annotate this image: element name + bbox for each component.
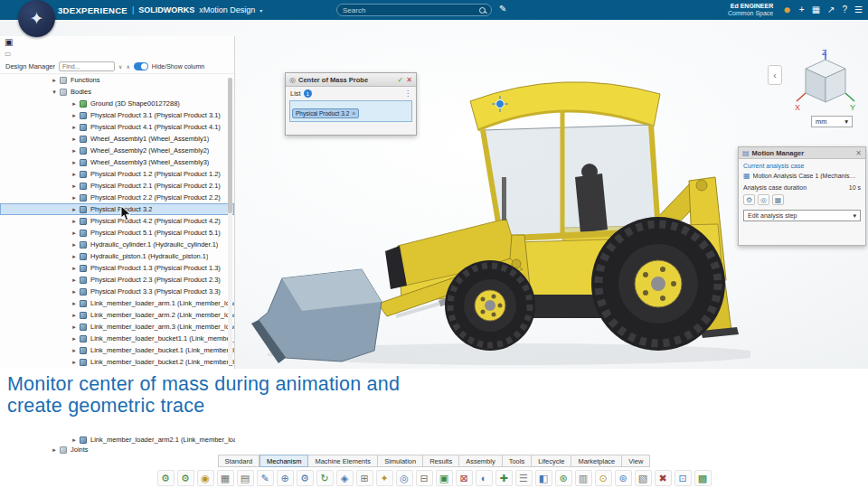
expand-arrow-icon[interactable]: ▸ (71, 324, 78, 331)
mech-tool-2-icon[interactable]: ⚙ (177, 470, 194, 486)
expand-arrow-icon[interactable]: ▸ (71, 300, 78, 307)
selection-list-field[interactable]: Physical Product 3.2 × (289, 100, 412, 122)
mech-tool-3-icon[interactable]: ◉ (197, 470, 214, 486)
tree-item[interactable]: ▸Physical Product 2.2 (Physical Product … (0, 192, 234, 203)
expand-arrow-icon[interactable]: ▸ (71, 436, 78, 444)
tree-item[interactable]: ▸Functions (0, 74, 234, 86)
share-icon[interactable]: ↗ (827, 0, 835, 20)
add-icon[interactable]: + (799, 0, 805, 20)
chip-remove-icon[interactable]: × (352, 110, 355, 117)
mech-tool-10-icon[interactable]: ◈ (336, 470, 354, 486)
expand-arrow-icon[interactable]: ▸ (71, 171, 78, 178)
expand-arrow-icon[interactable]: ▸ (71, 206, 78, 213)
close-icon[interactable]: ✕ (855, 149, 862, 157)
find-next-icon[interactable]: ∧ (126, 63, 129, 70)
units-select[interactable]: mm ▾ (811, 116, 853, 127)
expand-arrow-icon[interactable]: ▸ (71, 288, 78, 296)
search-input[interactable] (343, 6, 476, 14)
mech-tool-16-icon[interactable]: ⊠ (456, 470, 473, 486)
mech-tool-20-icon[interactable]: ◧ (535, 470, 552, 486)
app-name[interactable]: xMotion Design (199, 5, 255, 14)
tree-item[interactable]: ▸Hydraulic_piston.1 (Hydraulic_piston.1) (0, 250, 234, 262)
mech-tool-17-icon[interactable]: ◐ (476, 470, 493, 486)
user-block[interactable]: Ed ENGINEER Common Space (728, 3, 773, 17)
expand-arrow-icon[interactable]: ▸ (71, 136, 78, 143)
tree-scrollbar[interactable] (228, 78, 232, 365)
tree-item[interactable]: ▸Physical Product 5.1 (Physical Product … (0, 227, 234, 239)
mech-tool-28-icon[interactable]: ▩ (694, 470, 712, 486)
tree-item[interactable]: ▸Physical Product 2.3 (Physical Product … (0, 274, 234, 286)
find-input[interactable] (59, 61, 115, 71)
selection-chip[interactable]: Physical Product 3.2 × (292, 108, 359, 118)
tree-item[interactable]: ▸Physical Product 2.1 (Physical Product … (0, 180, 234, 192)
user-icon[interactable]: ☻ (782, 0, 792, 20)
tree-item[interactable]: ▸Link_member_loader_arm.3 (Link_member_l… (0, 321, 234, 333)
tab-results[interactable]: Results (423, 455, 459, 467)
tab-machine-elements[interactable]: Machine Elements (308, 455, 378, 467)
mech-tool-7-icon[interactable]: ⊕ (277, 470, 294, 486)
mech-tool-19-icon[interactable]: ☰ (515, 470, 533, 486)
apps-icon[interactable]: ▦ (812, 0, 820, 20)
expand-arrow-icon[interactable]: ▸ (71, 253, 78, 260)
chevron-down-icon[interactable]: ▾ (259, 7, 262, 14)
expand-arrow-icon[interactable]: ▸ (51, 446, 58, 454)
mech-tool-13-icon[interactable]: ◎ (396, 470, 413, 486)
mech-tool-4-icon[interactable]: ▦ (217, 470, 234, 486)
mech-tool-26-icon[interactable]: ✖ (655, 470, 672, 486)
panel-titlebar[interactable]: ▤ Motion Manager ✕ (739, 147, 865, 159)
results-icon[interactable]: ▦ (772, 194, 784, 205)
expand-arrow-icon[interactable]: ▸ (71, 241, 78, 249)
analysis-case-row[interactable]: ▦ Motion Analysis Case 1 (Mechanismus500… (739, 171, 865, 181)
mech-tool-25-icon[interactable]: ▧ (635, 470, 652, 486)
tree-item[interactable]: ▸Link_member_loader_bucket.2 (Link_membe… (0, 356, 234, 368)
view-cube[interactable]: Z X Y (794, 47, 857, 114)
tree-item[interactable]: ▸Physical Product 3.1 (Physical Product … (0, 109, 234, 121)
mech-tool-24-icon[interactable]: ⊚ (615, 470, 632, 486)
tree-item[interactable]: ▸Joints (0, 445, 235, 455)
current-analysis-case-link[interactable]: Current analysis case (739, 159, 865, 171)
tree-item[interactable]: ▸Hydraulic_cylinder.1 (Hydraulic_cylinde… (0, 239, 234, 250)
tree-item[interactable]: ▸Link_member_loader_bucket1.1 (Link_memb… (0, 333, 234, 344)
tab-lifecycle[interactable]: Lifecycle (532, 455, 571, 467)
edit-analysis-step-dropdown[interactable]: Edit analysis step ▾ (743, 210, 861, 221)
3dexperience-compass-logo[interactable]: ✦ (18, 0, 55, 37)
stylus-icon[interactable]: ✎ (499, 4, 506, 14)
expand-arrow-icon[interactable]: ▸ (71, 335, 78, 343)
tree-item[interactable]: ▸Physical Product 4.1 (Physical Product … (0, 121, 234, 133)
expand-arrow-icon[interactable]: ▸ (71, 124, 78, 131)
tab-assembly[interactable]: Assembly (459, 455, 503, 467)
dialog-titlebar[interactable]: ◎ Center of Mass Probe ✓ ✕ (286, 73, 416, 87)
expand-arrow-icon[interactable]: ▸ (71, 265, 78, 272)
expand-arrow-icon[interactable]: ▾ (51, 89, 58, 96)
expand-arrow-icon[interactable]: ▸ (71, 194, 78, 202)
mech-tool-14-icon[interactable]: ⊟ (416, 470, 433, 486)
tree-item[interactable]: ▸Link_member_loader_arm.1 (Link_member_l… (0, 297, 234, 309)
mech-tool-5-icon[interactable]: ▤ (237, 470, 254, 486)
tree-item[interactable]: ▸Wheel_Assembly3 (Wheel_Assembly3) (0, 156, 234, 168)
expand-arrow-icon[interactable]: ▸ (71, 183, 78, 190)
tab-view[interactable]: View (622, 455, 650, 467)
mech-tool-8-icon[interactable]: ⚙ (297, 470, 314, 486)
expand-arrow-icon[interactable]: ▸ (51, 77, 58, 84)
tree-item[interactable]: ▸Physical Product 3.2 (0, 203, 234, 215)
tree-item[interactable]: ▸Wheel_Assembly1 (Wheel_Assembly1) (0, 133, 234, 145)
mech-tool-21-icon[interactable]: ⊛ (555, 470, 572, 486)
visibility-icon[interactable]: ◎ (758, 194, 769, 205)
tree-item[interactable]: ▸Link_member_loader_bucket.1 (Link_membe… (0, 344, 234, 356)
tab-simulation[interactable]: Simulation (378, 455, 423, 467)
tree-item[interactable]: ▸Link_member_loader_arm2.1 (Link_member_… (0, 435, 235, 445)
folder-icon[interactable]: ▭ (5, 50, 12, 58)
collapse-panel-button[interactable]: ‹ (768, 65, 782, 85)
mech-tool-18-icon[interactable]: ✚ (495, 470, 513, 486)
tree-item[interactable]: ▸Ground (3D Shape00127288) (0, 98, 234, 109)
search-icon[interactable] (479, 7, 486, 14)
search-bar[interactable] (336, 4, 492, 16)
mech-tool-9-icon[interactable]: ↻ (316, 470, 334, 486)
tree-item[interactable]: ▸Physical Product 4.2 (Physical Product … (0, 215, 234, 227)
expand-arrow-icon[interactable]: ▸ (71, 359, 78, 366)
panel-window-icon[interactable]: ▣ (5, 38, 13, 47)
mech-tool-22-icon[interactable]: ▥ (575, 470, 592, 486)
gear-icon[interactable]: ⚙ (743, 194, 755, 205)
expand-arrow-icon[interactable]: ▸ (71, 147, 78, 155)
mech-tool-12-icon[interactable]: ✦ (376, 470, 393, 486)
